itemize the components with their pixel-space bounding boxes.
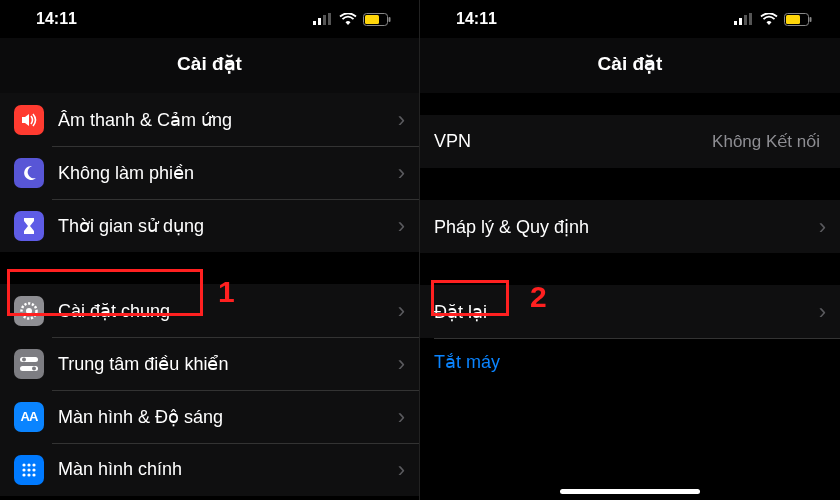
svg-point-21 <box>32 473 35 476</box>
gear-icon <box>14 296 44 326</box>
hourglass-icon <box>14 211 44 241</box>
battery-icon <box>363 13 391 26</box>
phone-right: 14:11 Cài đặt VPN Không Kết nối Pháp lý … <box>420 0 840 500</box>
chevron-right-icon: › <box>398 160 405 186</box>
group-reset: Đặt lại › Tắt máy <box>420 285 840 386</box>
row-display[interactable]: AA Màn hình & Độ sáng › <box>0 390 419 443</box>
aa-icon: AA <box>14 402 44 432</box>
status-time: 14:11 <box>36 10 77 28</box>
moon-icon <box>14 158 44 188</box>
svg-rect-3 <box>328 13 331 25</box>
chevron-right-icon: › <box>398 213 405 239</box>
row-dnd[interactable]: Không làm phiền › <box>0 146 419 199</box>
group-legal: Pháp lý & Quy định › <box>420 200 840 253</box>
chevron-right-icon: › <box>398 404 405 430</box>
phone-left: 14:11 Cài đặt Âm thanh & Cảm ứng › <box>0 0 420 500</box>
row-control-center[interactable]: Trung tâm điều khiển › <box>0 337 419 390</box>
chevron-right-icon: › <box>398 457 405 483</box>
page-title: Cài đặt <box>0 38 419 93</box>
status-bar: 14:11 <box>0 0 419 38</box>
settings-group-2: Cài đặt chung › Trung tâm điều khiển › A… <box>0 284 419 496</box>
svg-rect-28 <box>810 17 812 22</box>
sound-icon <box>14 105 44 135</box>
row-sounds[interactable]: Âm thanh & Cảm ứng › <box>0 93 419 146</box>
svg-rect-0 <box>313 21 316 25</box>
svg-point-16 <box>22 468 25 471</box>
svg-point-14 <box>27 463 30 466</box>
chevron-right-icon: › <box>819 299 826 325</box>
svg-rect-25 <box>749 13 752 25</box>
svg-point-13 <box>22 463 25 466</box>
svg-rect-24 <box>744 15 747 25</box>
status-time: 14:11 <box>456 10 497 28</box>
row-vpn[interactable]: VPN Không Kết nối <box>420 115 840 168</box>
chevron-right-icon: › <box>398 298 405 324</box>
signal-icon <box>734 13 754 25</box>
signal-icon <box>313 13 333 25</box>
svg-rect-2 <box>323 15 326 25</box>
row-reset[interactable]: Đặt lại › <box>420 285 840 338</box>
row-shutdown[interactable]: Tắt máy <box>420 338 840 386</box>
svg-point-15 <box>32 463 35 466</box>
svg-point-17 <box>27 468 30 471</box>
status-icons <box>734 13 812 26</box>
row-value: Không Kết nối <box>712 131 820 152</box>
row-label: VPN <box>434 131 712 152</box>
wifi-icon <box>339 13 357 26</box>
chevron-right-icon: › <box>819 214 826 240</box>
wifi-icon <box>760 13 778 26</box>
svg-point-8 <box>26 308 32 314</box>
page-title: Cài đặt <box>420 38 840 93</box>
svg-rect-22 <box>734 21 737 25</box>
row-screentime[interactable]: Thời gian sử dụng › <box>0 199 419 252</box>
row-label: Cài đặt chung <box>58 300 398 322</box>
svg-rect-6 <box>389 17 391 22</box>
switches-icon <box>14 349 44 379</box>
settings-group-1: Âm thanh & Cảm ứng › Không làm phiền › T… <box>0 93 419 252</box>
chevron-right-icon: › <box>398 107 405 133</box>
svg-point-18 <box>32 468 35 471</box>
row-label: Âm thanh & Cảm ứng <box>58 109 398 131</box>
row-label: Đặt lại <box>434 301 819 323</box>
grid-icon <box>14 455 44 485</box>
row-label: Thời gian sử dụng <box>58 215 398 237</box>
status-icons <box>313 13 391 26</box>
row-general[interactable]: Cài đặt chung › <box>0 284 419 337</box>
row-label: Không làm phiền <box>58 162 398 184</box>
svg-point-19 <box>22 473 25 476</box>
svg-point-20 <box>27 473 30 476</box>
svg-rect-5 <box>365 15 379 24</box>
svg-rect-1 <box>318 18 321 25</box>
chevron-right-icon: › <box>398 351 405 377</box>
battery-icon <box>784 13 812 26</box>
home-indicator[interactable] <box>560 489 700 494</box>
group-vpn: VPN Không Kết nối <box>420 115 840 168</box>
svg-point-12 <box>32 366 36 370</box>
row-homescreen[interactable]: Màn hình chính › <box>0 443 419 496</box>
row-label: Pháp lý & Quy định <box>434 216 819 238</box>
svg-rect-27 <box>786 15 800 24</box>
svg-rect-23 <box>739 18 742 25</box>
status-bar: 14:11 <box>420 0 840 38</box>
svg-point-10 <box>22 357 26 361</box>
row-label: Màn hình chính <box>58 459 398 480</box>
row-label: Trung tâm điều khiển <box>58 353 398 375</box>
row-legal[interactable]: Pháp lý & Quy định › <box>420 200 840 253</box>
row-label: Màn hình & Độ sáng <box>58 406 398 428</box>
row-label: Tắt máy <box>434 351 500 373</box>
